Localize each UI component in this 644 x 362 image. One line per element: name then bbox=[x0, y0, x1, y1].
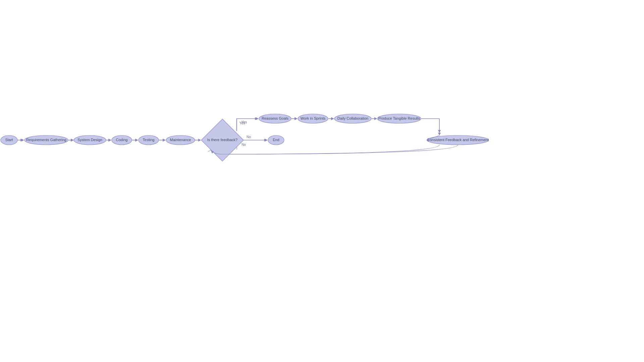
coding-label: Coding bbox=[116, 138, 128, 142]
system-design-label: System Design bbox=[77, 138, 102, 142]
no-label: No bbox=[241, 143, 246, 146]
requirements-label: Requirements Gathering bbox=[26, 138, 66, 142]
consistent-label: Consistent Feedback and Refinement bbox=[427, 138, 489, 142]
daily-label: Daily Collaboration bbox=[337, 116, 368, 120]
sprints-label: Work in Sprints bbox=[301, 116, 326, 120]
decision-label: Is there feedback? bbox=[207, 138, 238, 142]
yes-label2: Yes bbox=[239, 121, 245, 125]
arrow-tangible-consistent bbox=[421, 119, 439, 132]
end-label: End bbox=[273, 138, 279, 142]
maintenance-label: Maintenance bbox=[170, 138, 191, 142]
testing-label: Testing bbox=[143, 138, 155, 142]
start-label: Start bbox=[5, 138, 13, 142]
reassess-label: Reassess Goals bbox=[262, 116, 289, 120]
tangible-label: Produce Tangible Results bbox=[378, 116, 420, 120]
no-label2: No bbox=[247, 135, 251, 139]
arrow-consistent-loop bbox=[208, 140, 439, 154]
